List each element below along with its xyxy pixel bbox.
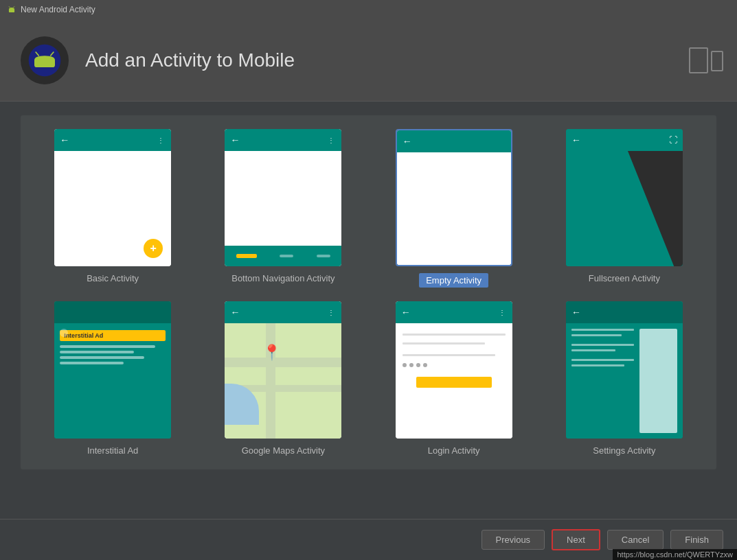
title-bar-text: New Android Activity: [21, 5, 95, 14]
title-bar: New Android Activity: [0, 0, 737, 19]
svg-line-2: [9, 6, 10, 8]
menu-dots-icon: ⋮: [157, 137, 166, 144]
back-arrow-icon: ←: [401, 307, 411, 318]
interstitial-thumbnail: Interstitial Ad: [54, 301, 171, 439]
nav-item-active: [236, 254, 257, 258]
login-thumbnail: ← ⋮: [396, 301, 512, 439]
cancel-button[interactable]: Cancel: [607, 530, 664, 550]
back-arrow-icon: ←: [402, 136, 412, 147]
activity-item-login[interactable]: ← ⋮: [376, 301, 532, 456]
menu-dots-icon: ⋮: [328, 137, 336, 144]
activity-item-basic[interactable]: ← ⋮ + Basic Activity: [34, 129, 191, 288]
maps-thumbnail: ← ⋮ 📍: [225, 301, 341, 439]
back-arrow-icon: ←: [571, 307, 581, 318]
back-arrow-icon: ←: [230, 135, 240, 145]
menu-dots-icon: ⋮: [499, 309, 507, 316]
bottom-nav-label: Bottom Navigation Activity: [231, 273, 335, 283]
activity-item-empty[interactable]: ← Empty Activity: [376, 129, 532, 288]
device-icon: [689, 47, 723, 73]
url-bar: https://blog.csdn.net/QWERTYzxw: [613, 549, 737, 560]
back-arrow-icon: ←: [571, 135, 581, 145]
main-content: ← ⋮ + Basic Activity ←: [0, 102, 737, 519]
nav-item-2: [317, 255, 330, 257]
activity-item-settings[interactable]: ← S: [546, 301, 703, 456]
back-arrow-icon: ←: [60, 135, 69, 145]
interstitial-label: Interstitial Ad: [87, 445, 138, 456]
activity-item-maps[interactable]: ← ⋮ 📍 Google Map: [205, 301, 361, 456]
settings-label: Settings Activity: [593, 445, 655, 456]
maps-label: Google Maps Activity: [242, 445, 325, 456]
fab-icon: +: [144, 239, 163, 258]
map-pin-icon: 📍: [262, 344, 281, 362]
ad-badge: Interstitial Ad: [60, 330, 166, 341]
finish-button[interactable]: Finish: [670, 530, 723, 550]
fullscreen-thumbnail: ← ⛶: [566, 129, 683, 266]
android-icon: [7, 5, 16, 14]
basic-activity-label: Basic Activity: [87, 273, 139, 283]
nav-item-1: [280, 255, 293, 257]
expand-icon: ⛶: [669, 135, 677, 145]
android-studio-logo: [21, 36, 69, 84]
tablet-icon: [689, 47, 708, 73]
page-title: Add an Activity to Mobile: [85, 49, 295, 71]
back-arrow-icon: ←: [230, 307, 240, 318]
activity-item-fullscreen[interactable]: ← ⛶ Fullscreen Activity: [546, 129, 703, 288]
basic-activity-thumbnail: ← ⋮ +: [54, 129, 171, 266]
phone-icon: [711, 51, 723, 71]
diagonal-decoration: [628, 151, 683, 266]
bottom-nav-thumbnail: ← ⋮: [225, 129, 341, 266]
settings-thumbnail: ←: [566, 301, 683, 439]
login-label: Login Activity: [428, 445, 480, 456]
menu-dots-icon: ⋮: [328, 309, 336, 316]
activity-item-bottom-nav[interactable]: ← ⋮ Bottom Navigation Activity: [205, 129, 361, 288]
ad-lines: [60, 345, 166, 364]
svg-line-3: [13, 6, 14, 8]
dialog-header: Add an Activity to Mobile: [0, 19, 737, 102]
next-button[interactable]: Next: [552, 529, 600, 550]
empty-activity-thumbnail: ←: [396, 129, 512, 266]
previous-button[interactable]: Previous: [481, 530, 545, 550]
bottom-nav-bar: [225, 246, 341, 266]
empty-activity-label: Empty Activity: [419, 273, 488, 288]
activity-grid: ← ⋮ + Basic Activity ←: [21, 115, 716, 469]
fullscreen-label: Fullscreen Activity: [589, 273, 660, 283]
activity-item-interstitial[interactable]: Interstitial Ad Interstitial Ad: [34, 301, 191, 456]
